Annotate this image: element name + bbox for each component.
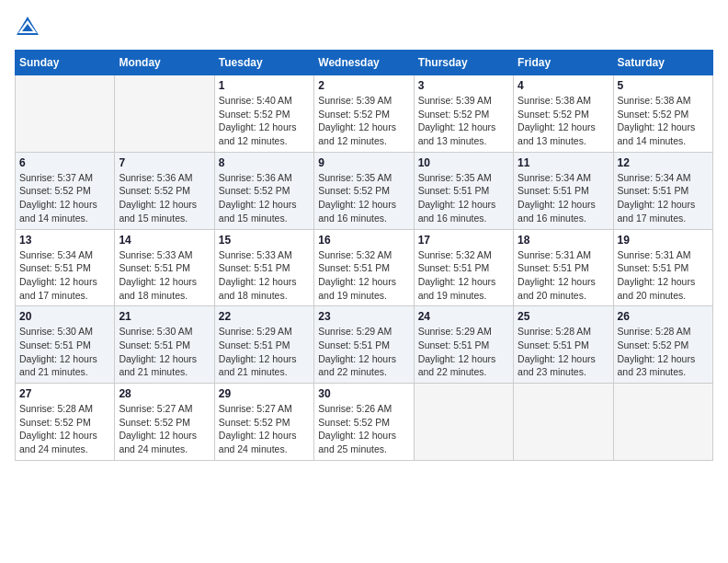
calendar-day-cell: 30Sunrise: 5:26 AMSunset: 5:52 PMDayligh… [314, 384, 414, 461]
day-number: 2 [318, 79, 409, 92]
calendar-day-cell [613, 384, 712, 461]
day-number: 7 [119, 156, 210, 169]
day-number: 16 [318, 234, 409, 247]
day-number: 6 [19, 156, 110, 169]
day-number: 22 [219, 310, 310, 323]
calendar-week-row: 1Sunrise: 5:40 AMSunset: 5:52 PMDaylight… [16, 75, 713, 153]
day-info: Sunrise: 5:32 AMSunset: 5:51 PMDaylight:… [318, 248, 409, 303]
calendar-day-cell: 15Sunrise: 5:33 AMSunset: 5:51 PMDayligh… [214, 229, 313, 306]
calendar-week-row: 20Sunrise: 5:30 AMSunset: 5:51 PMDayligh… [16, 306, 713, 384]
calendar-day-cell: 10Sunrise: 5:35 AMSunset: 5:51 PMDayligh… [414, 152, 513, 229]
day-info: Sunrise: 5:33 AMSunset: 5:51 PMDaylight:… [119, 248, 210, 303]
calendar-day-cell: 8Sunrise: 5:36 AMSunset: 5:52 PMDaylight… [214, 152, 313, 229]
calendar-day-cell: 27Sunrise: 5:28 AMSunset: 5:52 PMDayligh… [16, 384, 115, 461]
day-number: 29 [219, 387, 310, 400]
day-info: Sunrise: 5:34 AMSunset: 5:51 PMDaylight:… [19, 248, 110, 303]
day-info: Sunrise: 5:32 AMSunset: 5:51 PMDaylight:… [418, 248, 509, 303]
day-info: Sunrise: 5:31 AMSunset: 5:51 PMDaylight:… [618, 248, 709, 303]
calendar-day-cell: 26Sunrise: 5:28 AMSunset: 5:52 PMDayligh… [613, 306, 712, 384]
day-info: Sunrise: 5:39 AMSunset: 5:52 PMDaylight:… [318, 94, 409, 148]
day-number: 8 [219, 156, 310, 169]
day-info: Sunrise: 5:37 AMSunset: 5:52 PMDaylight:… [19, 171, 110, 225]
calendar-day-cell: 4Sunrise: 5:38 AMSunset: 5:52 PMDaylight… [514, 75, 613, 153]
day-info: Sunrise: 5:39 AMSunset: 5:52 PMDaylight:… [418, 94, 509, 148]
calendar-day-cell: 16Sunrise: 5:32 AMSunset: 5:51 PMDayligh… [314, 229, 414, 306]
calendar-day-header: Sunday [16, 51, 115, 75]
day-info: Sunrise: 5:28 AMSunset: 5:51 PMDaylight:… [518, 325, 609, 379]
day-info: Sunrise: 5:40 AMSunset: 5:52 PMDaylight:… [219, 94, 310, 148]
calendar-day-cell: 22Sunrise: 5:29 AMSunset: 5:51 PMDayligh… [214, 306, 313, 384]
calendar-day-cell: 9Sunrise: 5:35 AMSunset: 5:52 PMDaylight… [314, 152, 414, 229]
day-number: 15 [219, 234, 310, 247]
calendar-day-header: Tuesday [214, 51, 313, 75]
page-header [15, 15, 713, 40]
day-number: 11 [518, 156, 609, 169]
calendar-day-cell: 6Sunrise: 5:37 AMSunset: 5:52 PMDaylight… [16, 152, 115, 229]
calendar-day-cell: 25Sunrise: 5:28 AMSunset: 5:51 PMDayligh… [514, 306, 613, 384]
day-info: Sunrise: 5:27 AMSunset: 5:52 PMDaylight:… [219, 402, 310, 456]
day-info: Sunrise: 5:30 AMSunset: 5:51 PMDaylight:… [19, 325, 110, 379]
day-number: 19 [618, 234, 709, 247]
calendar-day-cell: 7Sunrise: 5:36 AMSunset: 5:52 PMDaylight… [115, 152, 214, 229]
day-number: 25 [518, 310, 609, 323]
day-info: Sunrise: 5:38 AMSunset: 5:52 PMDaylight:… [618, 94, 709, 148]
day-number: 9 [318, 156, 409, 169]
day-info: Sunrise: 5:28 AMSunset: 5:52 PMDaylight:… [19, 402, 110, 456]
day-info: Sunrise: 5:30 AMSunset: 5:51 PMDaylight:… [119, 325, 210, 379]
calendar-week-row: 6Sunrise: 5:37 AMSunset: 5:52 PMDaylight… [16, 152, 713, 229]
calendar-day-cell [414, 384, 513, 461]
day-number: 12 [618, 156, 709, 169]
day-number: 23 [318, 310, 409, 323]
calendar-day-header: Saturday [613, 51, 712, 75]
day-info: Sunrise: 5:29 AMSunset: 5:51 PMDaylight:… [318, 325, 409, 379]
calendar-day-header: Wednesday [314, 51, 414, 75]
calendar-day-header: Monday [115, 51, 214, 75]
calendar-table: SundayMondayTuesdayWednesdayThursdayFrid… [15, 50, 713, 461]
calendar-day-cell: 23Sunrise: 5:29 AMSunset: 5:51 PMDayligh… [314, 306, 414, 384]
day-info: Sunrise: 5:35 AMSunset: 5:51 PMDaylight:… [418, 171, 509, 225]
day-info: Sunrise: 5:36 AMSunset: 5:52 PMDaylight:… [119, 171, 210, 225]
logo [15, 15, 44, 40]
day-number: 3 [418, 79, 509, 92]
day-info: Sunrise: 5:34 AMSunset: 5:51 PMDaylight:… [518, 171, 609, 225]
day-number: 21 [119, 310, 210, 323]
day-number: 1 [219, 79, 310, 92]
calendar-day-cell: 1Sunrise: 5:40 AMSunset: 5:52 PMDaylight… [214, 75, 313, 153]
calendar-day-cell: 12Sunrise: 5:34 AMSunset: 5:51 PMDayligh… [613, 152, 712, 229]
day-number: 14 [119, 234, 210, 247]
calendar-day-cell: 24Sunrise: 5:29 AMSunset: 5:51 PMDayligh… [414, 306, 513, 384]
day-number: 27 [19, 387, 110, 400]
day-info: Sunrise: 5:33 AMSunset: 5:51 PMDaylight:… [219, 248, 310, 303]
calendar-day-cell: 13Sunrise: 5:34 AMSunset: 5:51 PMDayligh… [16, 229, 115, 306]
day-number: 24 [418, 310, 509, 323]
day-number: 13 [19, 234, 110, 247]
logo-icon [15, 15, 40, 40]
day-info: Sunrise: 5:35 AMSunset: 5:52 PMDaylight:… [318, 171, 409, 225]
day-info: Sunrise: 5:29 AMSunset: 5:51 PMDaylight:… [219, 325, 310, 379]
calendar-day-cell: 19Sunrise: 5:31 AMSunset: 5:51 PMDayligh… [613, 229, 712, 306]
calendar-day-cell: 17Sunrise: 5:32 AMSunset: 5:51 PMDayligh… [414, 229, 513, 306]
calendar-week-row: 13Sunrise: 5:34 AMSunset: 5:51 PMDayligh… [16, 229, 713, 306]
day-info: Sunrise: 5:34 AMSunset: 5:51 PMDaylight:… [618, 171, 709, 225]
day-info: Sunrise: 5:26 AMSunset: 5:52 PMDaylight:… [318, 402, 409, 456]
calendar-week-row: 27Sunrise: 5:28 AMSunset: 5:52 PMDayligh… [16, 384, 713, 461]
day-number: 26 [618, 310, 709, 323]
day-info: Sunrise: 5:36 AMSunset: 5:52 PMDaylight:… [219, 171, 310, 225]
day-info: Sunrise: 5:29 AMSunset: 5:51 PMDaylight:… [418, 325, 509, 379]
day-number: 17 [418, 234, 509, 247]
calendar-day-header: Thursday [414, 51, 513, 75]
day-info: Sunrise: 5:27 AMSunset: 5:52 PMDaylight:… [119, 402, 210, 456]
day-number: 4 [518, 79, 609, 92]
calendar-day-cell: 20Sunrise: 5:30 AMSunset: 5:51 PMDayligh… [16, 306, 115, 384]
calendar-day-cell: 18Sunrise: 5:31 AMSunset: 5:51 PMDayligh… [514, 229, 613, 306]
day-number: 5 [618, 79, 709, 92]
calendar-day-cell: 21Sunrise: 5:30 AMSunset: 5:51 PMDayligh… [115, 306, 214, 384]
calendar-day-cell [514, 384, 613, 461]
day-info: Sunrise: 5:38 AMSunset: 5:52 PMDaylight:… [518, 94, 609, 148]
calendar-day-cell [16, 75, 115, 153]
calendar-header-row: SundayMondayTuesdayWednesdayThursdayFrid… [16, 51, 713, 75]
day-number: 28 [119, 387, 210, 400]
calendar-day-cell: 29Sunrise: 5:27 AMSunset: 5:52 PMDayligh… [214, 384, 313, 461]
calendar-day-header: Friday [514, 51, 613, 75]
day-info: Sunrise: 5:28 AMSunset: 5:52 PMDaylight:… [618, 325, 709, 379]
